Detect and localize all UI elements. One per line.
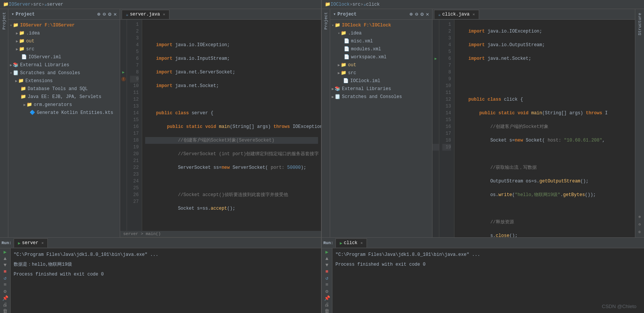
right-tab-click-java[interactable]: ☕ click.java ✕: [434, 10, 479, 19]
tree-item-javaee[interactable]: 📁 Java EE: EJB, JPA, Servlets: [8, 93, 120, 101]
right-run-pin-btn[interactable]: 📌: [323, 295, 331, 301]
left-bc-server[interactable]: server: [47, 2, 63, 7]
tree-item-idea[interactable]: ▶ 📁 .idea: [8, 29, 120, 37]
right-bc-file-icon: ☕: [363, 2, 366, 7]
right-run-up-btn[interactable]: ▲: [323, 256, 331, 262]
left-tree-title: ▾ Project: [11, 11, 35, 17]
right-run-settings2-btn[interactable]: ⚙: [323, 288, 331, 294]
project-dropdown-icon[interactable]: ▾: [11, 11, 14, 17]
expand-icon[interactable]: ⊕: [97, 11, 100, 17]
left-run-rerun-btn[interactable]: ↺: [1, 275, 9, 281]
right-tree-item-ext-libs[interactable]: ▶ 📚 External Libraries: [330, 85, 432, 93]
tree-item-db-tools[interactable]: 📁 Database Tools and SQL: [8, 85, 120, 93]
left-code-text[interactable]: import java.io.IOException; import java.…: [142, 20, 321, 231]
right-tree-item-out[interactable]: ▶ 📁 out: [330, 61, 432, 69]
left-run-tabs[interactable]: Run: ▶ server ✕: [0, 238, 321, 248]
left-run-wrap-btn[interactable]: ≡: [1, 282, 9, 288]
right-gear-icon[interactable]: ⚙: [420, 11, 423, 17]
right-code-content[interactable]: ▶: [432, 20, 635, 237]
structure-label[interactable]: Structure: [637, 11, 643, 37]
left-run-tab-server[interactable]: ▶ server ✕: [14, 238, 48, 248]
right-code-editor: ☕ click.java ✕ ▶: [432, 9, 635, 237]
right-run-wrap-btn[interactable]: ≡: [323, 282, 331, 288]
right-bc-folder-icon: 📁: [325, 2, 331, 7]
right-editor-tabs[interactable]: ☕ click.java ✕: [432, 9, 635, 20]
right-tree-item-root[interactable]: ▾ 📁 IOClock F:\IOClock: [330, 21, 432, 29]
right-tree-header: ▾ Project ⊕ ⊖ ⚙ ✕: [330, 9, 432, 20]
left-run-pin-btn[interactable]: 📌: [1, 295, 9, 301]
right-tab-close[interactable]: ✕: [473, 12, 475, 17]
str-icon3[interactable]: ⚙: [636, 228, 644, 236]
right-tree-item-modules[interactable]: 📄 modules.xml: [330, 45, 432, 53]
right-tree-item-misc[interactable]: 📄 misc.xml: [330, 37, 432, 45]
right-breadcrumb: 📁 IOClock › src › ☕ click: [322, 0, 644, 9]
left-run-toolbar[interactable]: ▶ ▲ ▼ ■ ↺ ≡ ⚙ 📌 🖨 🗑: [0, 248, 11, 313]
right-run-down-btn[interactable]: ▼: [323, 262, 331, 268]
left-editor-breadcrumb: server > main(): [120, 231, 321, 237]
right-project-dropdown-icon[interactable]: ▾: [333, 11, 336, 17]
right-run-tab-click[interactable]: ▶ click ✕: [335, 238, 367, 248]
left-project-tree: ▾ Project ⊕ ⊖ ⚙ ✕ ▾: [8, 9, 120, 237]
right-tree-item-scratches[interactable]: ▶ 🗒️ Scratches and Consoles: [330, 93, 432, 101]
right-collapse-icon[interactable]: ⊖: [415, 11, 418, 17]
tree-item-ioserver-iml[interactable]: 📄 IOServer.iml: [8, 53, 120, 61]
right-run-stop-btn[interactable]: ■: [323, 269, 331, 274]
left-tree-body: ▾ 📁 IOServer F:\IOServer ▶ 📁 .idea: [8, 20, 120, 118]
tree-item-src[interactable]: ▶ 📁 src: [8, 45, 120, 53]
left-run-print-btn[interactable]: 🖨: [1, 302, 9, 308]
right-line-numbers: 1 2 3 4 5 6 7 8 9 10 11 12 13 14: [439, 20, 454, 237]
right-run-rerun-btn[interactable]: ↺: [323, 275, 331, 281]
left-bc-project[interactable]: IOServer: [9, 2, 31, 7]
left-run-up-btn[interactable]: ▲: [1, 256, 9, 262]
left-vertical-project-tab[interactable]: Project: [0, 9, 8, 237]
right-project-label[interactable]: Project: [323, 9, 329, 33]
left-run-down-btn[interactable]: ▼: [1, 262, 9, 268]
right-tree-body: ▾ 📁 IOClock F:\IOClock ▾ 📁 .idea: [330, 20, 432, 102]
right-bc-project[interactable]: IOClock: [331, 2, 349, 7]
tree-item-scratches[interactable]: ▾ 🗒️ Scratches and Consoles: [8, 69, 120, 77]
right-bc-src[interactable]: src: [353, 2, 361, 7]
gear-icon[interactable]: ⚙: [108, 11, 111, 17]
left-run-delete-btn[interactable]: 🗑: [1, 308, 9, 313]
right-tree-item-src[interactable]: ▶ 📁 src: [330, 69, 432, 77]
right-run-tabs[interactable]: Run: ▶ click ✕: [322, 238, 644, 248]
tree-item-orm[interactable]: ▶ 📁 orm.generators: [8, 101, 120, 109]
right-close-icon[interactable]: ✕: [426, 11, 429, 17]
right-run-toolbar[interactable]: ▶ ▲ ▼ ■ ↺ ≡ ⚙ 📌 🖨 🗑: [322, 248, 332, 313]
right-tree-item-ioclock-iml[interactable]: 📄 IOClock.iml: [330, 77, 432, 85]
str-icon1[interactable]: ⊕: [636, 213, 644, 221]
right-run-play-btn[interactable]: ▶: [323, 249, 331, 255]
left-bc-src[interactable]: src: [33, 2, 42, 7]
left-run-settings-btn[interactable]: ⚙: [1, 288, 9, 294]
right-run-print-btn[interactable]: 🖨: [323, 302, 331, 308]
right-run-tab-close[interactable]: ✕: [360, 241, 363, 245]
left-run-tab-close[interactable]: ✕: [41, 241, 44, 245]
right-tree-item-workspace[interactable]: 📄 workspace.xml: [330, 53, 432, 61]
left-run-stop-btn[interactable]: ■: [1, 269, 9, 274]
right-tree-item-idea[interactable]: ▾ 📁 .idea: [330, 29, 432, 37]
right-expand-icon[interactable]: ⊕: [409, 11, 412, 17]
tree-item-extensions[interactable]: ▶ 📁 Extensions: [8, 77, 120, 85]
right-run-label: Run:: [323, 241, 333, 245]
right-bc-click[interactable]: click: [366, 2, 380, 7]
right-structure-panel[interactable]: Structure ⊕ ⊖ ⚙: [635, 9, 644, 237]
right-code-text[interactable]: import java.io.IOException; import java.…: [454, 20, 635, 237]
left-tree-icons[interactable]: ⊕ ⊖ ⚙ ✕: [97, 11, 117, 17]
tree-item-ext-libs[interactable]: ▶ 📚 External Libraries: [8, 61, 120, 69]
tree-item-gen-kt[interactable]: 🔷 Generate Kotlin Entities.kts: [8, 109, 120, 117]
tree-item-out[interactable]: ▶ 📁 out: [8, 37, 120, 45]
str-icon2[interactable]: ⊖: [636, 221, 644, 228]
close-icon[interactable]: ✕: [114, 11, 117, 17]
structure-bottom-icons: ⊕ ⊖ ⚙: [636, 213, 644, 236]
left-tab-server-java[interactable]: ☕ server.java ✕: [122, 10, 169, 19]
left-run-play-btn[interactable]: ▶: [1, 249, 9, 255]
left-editor-tabs[interactable]: ☕ server.java ✕: [120, 9, 321, 20]
left-code-content[interactable]: ▶ !: [120, 20, 321, 231]
right-vertical-project-tab[interactable]: Project: [322, 9, 330, 237]
left-tab-close[interactable]: ✕: [163, 12, 165, 17]
tree-item-root[interactable]: ▾ 📁 IOServer F:\IOServer: [8, 21, 120, 29]
collapse-icon[interactable]: ⊖: [103, 11, 106, 17]
left-project-label[interactable]: Project: [1, 9, 8, 33]
right-tree-icons[interactable]: ⊕ ⊖ ⚙ ✕: [409, 11, 429, 17]
right-run-delete-btn[interactable]: 🗑: [323, 308, 331, 313]
